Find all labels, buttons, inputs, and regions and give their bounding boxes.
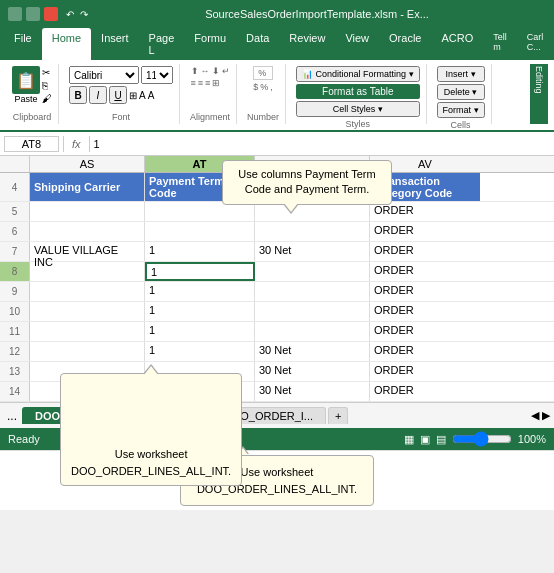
cell[interactable]: [30, 262, 145, 281]
tab-file[interactable]: File: [4, 28, 42, 60]
comma-icon[interactable]: ,: [270, 82, 273, 92]
scroll-right-icon[interactable]: ▶: [542, 409, 550, 422]
redo-icon[interactable]: ↷: [80, 9, 88, 20]
align-top-icon[interactable]: ⬆: [191, 66, 199, 76]
cell[interactable]: [145, 202, 255, 221]
align-left-icon[interactable]: ≡: [191, 78, 196, 88]
cell[interactable]: [30, 202, 145, 221]
cell-at8-selected[interactable]: 1: [145, 262, 255, 281]
cut-copy-btns: ✂ ⎘ 🖌: [42, 67, 52, 104]
sheet-nav-left[interactable]: ...: [4, 409, 20, 423]
cell[interactable]: ORDER: [370, 202, 480, 221]
cell[interactable]: ORDER: [370, 222, 480, 241]
tab-page-layout[interactable]: Page L: [139, 28, 185, 60]
cell[interactable]: ORDER: [370, 262, 480, 281]
cell[interactable]: 30 Net: [255, 362, 370, 381]
insert-cells-button[interactable]: Insert ▾: [437, 66, 485, 82]
view-normal-icon[interactable]: ▦: [404, 433, 414, 446]
merge-icon[interactable]: ⊞: [212, 78, 220, 88]
wrap-text-icon[interactable]: ↵: [222, 66, 230, 76]
zoom-slider[interactable]: [452, 434, 512, 444]
paste-button[interactable]: 📋 Paste: [12, 66, 40, 104]
close-button[interactable]: [44, 7, 58, 21]
number-format-select[interactable]: %: [253, 66, 273, 80]
window-controls[interactable]: [8, 7, 58, 21]
cell[interactable]: [255, 302, 370, 321]
format-as-table-button[interactable]: Format as Table: [296, 84, 420, 99]
sheet-tab-add[interactable]: +: [328, 407, 348, 424]
cell[interactable]: 1: [145, 322, 255, 341]
tab-tell-me[interactable]: Tell m: [483, 28, 517, 60]
scroll-left-icon[interactable]: ◀: [531, 409, 539, 422]
copy-button[interactable]: ⎘: [42, 80, 52, 91]
tab-home[interactable]: Home: [42, 28, 91, 60]
undo-icon[interactable]: ↶: [66, 9, 74, 20]
accounting-icon[interactable]: $: [253, 82, 258, 92]
cell[interactable]: ORDER: [370, 302, 480, 321]
cell[interactable]: [30, 322, 145, 341]
cell[interactable]: [255, 222, 370, 241]
cell[interactable]: ORDER: [370, 322, 480, 341]
table-row: 11 1 ORDER: [0, 322, 554, 342]
cell[interactable]: [255, 322, 370, 341]
fill-color-icon[interactable]: A: [139, 90, 146, 101]
tab-data[interactable]: Data: [236, 28, 279, 60]
number-label: Number: [247, 112, 279, 122]
maximize-button[interactable]: [26, 7, 40, 21]
format-cells-button[interactable]: Format ▾: [437, 102, 485, 118]
cell[interactable]: [30, 342, 145, 361]
cell[interactable]: 30 Net: [255, 242, 370, 261]
view-layout-icon[interactable]: ▣: [420, 433, 430, 446]
cell[interactable]: VALUE VILLAGE INC: [30, 242, 145, 261]
cell[interactable]: ORDER: [370, 342, 480, 361]
font-size-select[interactable]: 11: [141, 66, 173, 84]
cell[interactable]: 30 Net: [255, 382, 370, 401]
align-bottom-icon[interactable]: ⬇: [212, 66, 220, 76]
percent-icon[interactable]: %: [260, 82, 268, 92]
conditional-formatting-button[interactable]: 📊 Conditional Formatting ▾: [296, 66, 420, 82]
align-center-icon[interactable]: ≡: [198, 78, 203, 88]
minimize-button[interactable]: [8, 7, 22, 21]
cell[interactable]: [255, 202, 370, 221]
tab-user[interactable]: Carl C...: [517, 28, 554, 60]
cell[interactable]: [255, 282, 370, 301]
cell[interactable]: 30 Net: [255, 342, 370, 361]
cut-button[interactable]: ✂: [42, 67, 52, 78]
tab-acrobat[interactable]: ACRO: [431, 28, 483, 60]
cell[interactable]: 1: [145, 242, 255, 261]
cell[interactable]: [30, 282, 145, 301]
col-header-as[interactable]: AS: [30, 156, 145, 172]
format-painter-button[interactable]: 🖌: [42, 93, 52, 104]
cell-as4[interactable]: Shipping Carrier: [30, 173, 145, 201]
cell-styles-button[interactable]: Cell Styles ▾: [296, 101, 420, 117]
cell[interactable]: 1: [145, 342, 255, 361]
view-page-break-icon[interactable]: ▤: [436, 433, 446, 446]
align-middle-icon[interactable]: ↔: [201, 66, 210, 76]
align-right-icon[interactable]: ≡: [205, 78, 210, 88]
cell[interactable]: ORDER: [370, 362, 480, 381]
formula-input[interactable]: [94, 138, 550, 150]
tab-insert[interactable]: Insert: [91, 28, 139, 60]
ribbon-number-group: % $ % , Number: [241, 64, 286, 124]
underline-button[interactable]: U: [109, 86, 127, 104]
cell[interactable]: 1: [145, 282, 255, 301]
borders-icon[interactable]: ⊞: [129, 90, 137, 101]
italic-button[interactable]: I: [89, 86, 107, 104]
cell[interactable]: ORDER: [370, 282, 480, 301]
cell[interactable]: ORDER: [370, 242, 480, 261]
cell[interactable]: [255, 262, 370, 281]
cell[interactable]: ORDER: [370, 382, 480, 401]
tab-review[interactable]: Review: [279, 28, 335, 60]
cell[interactable]: [145, 222, 255, 241]
tab-view[interactable]: View: [335, 28, 379, 60]
tab-formulas[interactable]: Formu: [184, 28, 236, 60]
cell-reference-box[interactable]: [4, 136, 59, 152]
tab-oracle[interactable]: Oracle: [379, 28, 431, 60]
delete-cells-button[interactable]: Delete ▾: [437, 84, 485, 100]
cell[interactable]: [30, 302, 145, 321]
font-family-select[interactable]: Calibri: [69, 66, 139, 84]
bold-button[interactable]: B: [69, 86, 87, 104]
cell[interactable]: [30, 222, 145, 241]
cell[interactable]: 1: [145, 302, 255, 321]
font-color-icon[interactable]: A: [148, 90, 155, 101]
